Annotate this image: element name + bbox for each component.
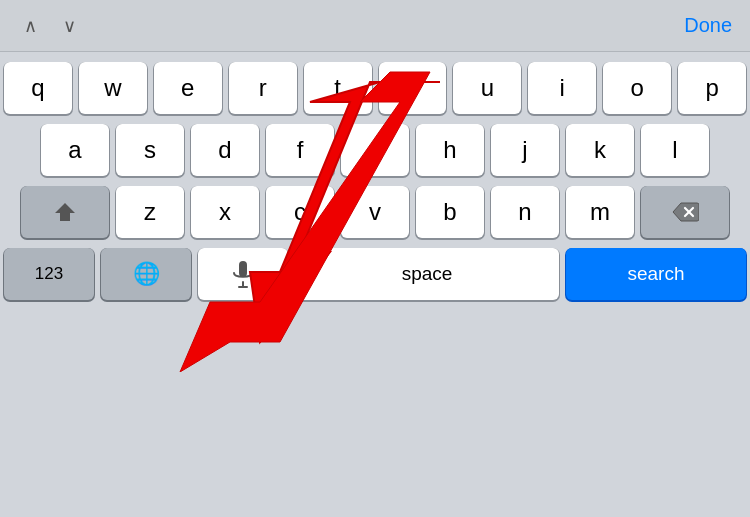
key-c[interactable]: c (266, 186, 334, 238)
key-x[interactable]: x (191, 186, 259, 238)
key-n[interactable]: n (491, 186, 559, 238)
toolbar-arrows: ∧ ∨ (18, 11, 82, 41)
key-s[interactable]: s (116, 124, 184, 176)
key-h[interactable]: h (416, 124, 484, 176)
key-l[interactable]: l (641, 124, 709, 176)
key-v[interactable]: v (341, 186, 409, 238)
toolbar: ∧ ∨ Done (0, 0, 750, 52)
key-e[interactable]: e (154, 62, 222, 114)
done-button[interactable]: Done (684, 14, 732, 37)
key-d[interactable]: d (191, 124, 259, 176)
key-u[interactable]: u (453, 62, 521, 114)
key-r[interactable]: r (229, 62, 297, 114)
search-key[interactable]: search (566, 248, 746, 300)
keyboard: q w e r t y u i o p a s d f g h j k l z … (0, 52, 750, 517)
key-a[interactable]: a (41, 124, 109, 176)
key-m[interactable]: m (566, 186, 634, 238)
key-q[interactable]: q (4, 62, 72, 114)
arrow-up-button[interactable]: ∧ (18, 11, 43, 41)
delete-key[interactable] (641, 186, 729, 238)
key-w[interactable]: w (79, 62, 147, 114)
key-b[interactable]: b (416, 186, 484, 238)
svg-rect-5 (239, 261, 247, 277)
key-k[interactable]: k (566, 124, 634, 176)
numbers-key[interactable]: 123 (4, 248, 94, 300)
key-p[interactable]: p (678, 62, 746, 114)
key-i[interactable]: i (528, 62, 596, 114)
mic-key[interactable] (198, 248, 288, 300)
shift-key[interactable] (21, 186, 109, 238)
key-g[interactable]: g (341, 124, 409, 176)
space-key[interactable]: space (295, 248, 559, 300)
key-o[interactable]: o (603, 62, 671, 114)
keyboard-row-1: q w e r t y u i o p (4, 62, 746, 114)
key-t[interactable]: t (304, 62, 372, 114)
key-z[interactable]: z (116, 186, 184, 238)
globe-key[interactable]: 🌐 (101, 248, 191, 300)
key-y[interactable]: y (379, 62, 447, 114)
keyboard-row-2: a s d f g h j k l (4, 124, 746, 176)
keyboard-row-4: 123 🌐 space search (4, 248, 746, 300)
key-f[interactable]: f (266, 124, 334, 176)
keyboard-row-3: z x c v b n m (4, 186, 746, 238)
key-j[interactable]: j (491, 124, 559, 176)
arrow-down-button[interactable]: ∨ (57, 11, 82, 41)
